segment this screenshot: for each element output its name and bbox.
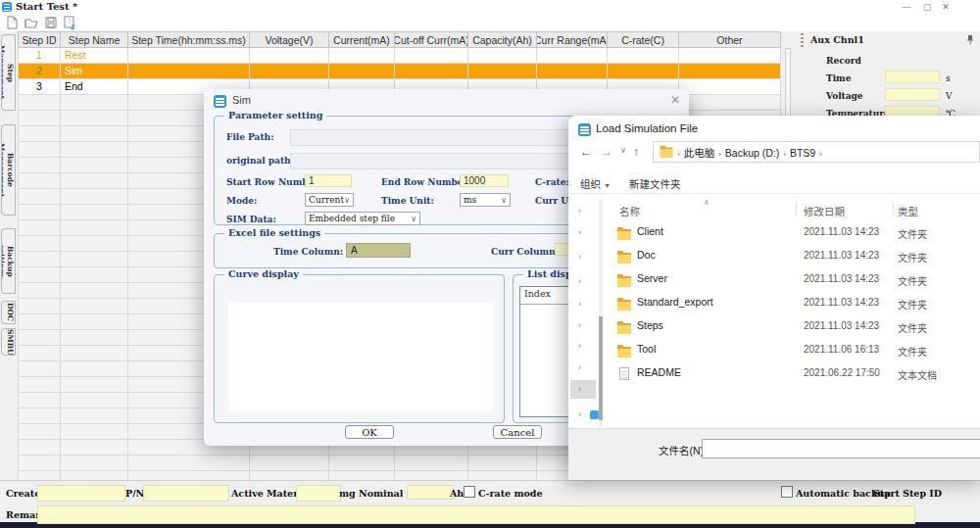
time-unit-select[interactable]: ms∨ [460, 193, 511, 207]
tree-expand-icon[interactable]: › [578, 320, 581, 330]
table-cell [329, 471, 395, 480]
table-cell [679, 64, 781, 79]
divider [568, 193, 980, 194]
address-bar[interactable]: ›此电脑›Backup (D:)›BTS9› [653, 141, 980, 163]
new-folder-button[interactable]: 新建文件夹 [629, 176, 681, 191]
sidebar-tab-backup-settings[interactable]: Backup settings [1, 228, 16, 294]
open-file-icon[interactable] [24, 15, 39, 30]
file-row-server[interactable]: Server2021.11.03 14:23文件夹 [608, 268, 980, 290]
table-cell [61, 205, 128, 220]
tree-scrollbar-thumb[interactable] [599, 316, 603, 420]
column-header-1[interactable]: Step ID [18, 31, 61, 48]
sim-data-select[interactable]: Embedded step file∨ [305, 212, 420, 225]
aux-time-input[interactable] [885, 71, 940, 83]
column-header-5[interactable]: Current(mA) [329, 31, 395, 48]
column-header-2[interactable]: Step Name [61, 31, 128, 48]
sim-data-label: SIM Data: [226, 215, 276, 224]
file-type: 文件夹 [898, 344, 927, 359]
pin-icon[interactable] [965, 34, 975, 45]
recent-locations-icon[interactable]: ∨ [620, 146, 626, 155]
file-row-client[interactable]: Client2021.11.03 14:23文件夹 [608, 221, 980, 243]
table-cell [18, 220, 61, 236]
breadcrumb-segment[interactable]: 此电脑 [684, 147, 715, 159]
column-header-8[interactable]: Curr Range(mA) [537, 31, 608, 48]
file-row-tool[interactable]: Tool2021.11.06 16:13文件夹 [608, 339, 980, 360]
column-header-10[interactable]: Other [679, 31, 781, 48]
toolbar: 2 [0, 14, 980, 31]
forward-icon[interactable]: → [601, 145, 612, 159]
tree-item-hover[interactable] [570, 380, 596, 399]
sidebar-tab-barcode-management[interactable]: Barcode Management [1, 124, 16, 216]
pn-input[interactable] [143, 485, 229, 502]
remark-input[interactable] [37, 505, 915, 524]
time-column-label: Time Column: [273, 247, 343, 257]
tree-expand-icon[interactable]: › [578, 384, 581, 394]
tree-expand-icon[interactable]: › [578, 409, 581, 419]
tree-expand-icon[interactable]: › [578, 299, 581, 309]
column-header-4[interactable]: Voltage(V) [250, 31, 329, 48]
name-column-header[interactable]: 名称 [619, 204, 640, 218]
table-row[interactable]: 1Rest [18, 48, 782, 64]
sidebar-tab-step-management[interactable]: Step Management [1, 34, 16, 111]
column-header-6[interactable]: Cut-off Curr(mA) [395, 31, 468, 48]
tree-expand-icon[interactable]: › [578, 276, 581, 286]
aux-voltage-input[interactable] [885, 88, 940, 101]
tree-expand-icon[interactable]: › [578, 362, 581, 372]
back-icon[interactable]: ← [580, 145, 592, 159]
time-column-input[interactable] [346, 243, 411, 258]
nominal-cap-input[interactable] [407, 485, 454, 500]
column-header-7[interactable]: Capacity(Ah) [468, 31, 537, 48]
tree-expand-icon[interactable]: › [578, 341, 581, 351]
file-row-readme[interactable]: README2021.06.22 17:50文本文档 [608, 362, 980, 384]
table-cell [329, 64, 395, 79]
step-id-cell: 2 [18, 64, 61, 79]
auto-backup-checkbox[interactable] [781, 486, 793, 498]
file-row-standard_export[interactable]: Standard_export2021.11.03 14:23文件夹 [608, 292, 980, 313]
chevron-down-icon: ∨ [344, 196, 350, 205]
active-material-input[interactable] [296, 485, 341, 502]
start-row-input[interactable] [305, 174, 352, 187]
filename-input[interactable] [702, 439, 980, 458]
panel-splitter-handle[interactable] [801, 33, 804, 47]
sim-close-icon[interactable]: ✕ [670, 93, 680, 107]
crate-mode-checkbox[interactable] [464, 486, 475, 498]
file-date: 2021.11.03 14:23 [804, 320, 879, 331]
minimize-button[interactable]: — [900, 2, 913, 13]
end-row-input[interactable] [460, 174, 509, 187]
cancel-button[interactable]: Cancel [493, 425, 542, 439]
tree-expand-icon[interactable]: › [578, 252, 581, 262]
mode-select[interactable]: Current∨ [305, 193, 354, 207]
up-icon[interactable]: ↑ [633, 145, 639, 159]
file-date: 2021.11.03 14:23 [804, 273, 879, 284]
file-type: 文件夹 [898, 297, 927, 312]
save-as-icon[interactable]: 2 [62, 15, 77, 30]
column-header-3[interactable]: Step Time(hh:mm:ss.ms) [128, 31, 250, 48]
table-cell [679, 95, 781, 111]
ok-button[interactable]: OK [345, 425, 394, 439]
maximize-button[interactable]: ▢ [920, 2, 934, 13]
type-column-header[interactable]: 类型 [898, 204, 918, 218]
creator-input[interactable] [37, 485, 125, 502]
file-type: 文件夹 [898, 273, 927, 288]
close-button[interactable]: ✕ [939, 2, 953, 13]
sidebar-tab-smbus[interactable]: SMBUS [1, 328, 16, 356]
breadcrumb-segment[interactable]: Backup (D:) [725, 147, 779, 159]
table-row[interactable]: 2Sim [18, 64, 782, 79]
table-cell [18, 440, 61, 456]
organize-button[interactable]: 组织 ▼ [580, 176, 611, 191]
file-date: 2021.11.03 14:23 [804, 226, 879, 237]
sim-dialog-title: Sim [232, 94, 251, 106]
save-icon[interactable] [43, 15, 59, 30]
tree-expand-icon[interactable]: › [578, 206, 581, 216]
c-rate-label: C-rate: [535, 177, 569, 187]
sidebar-tab-doc[interactable]: DOC [1, 301, 16, 324]
new-file-icon[interactable] [4, 15, 20, 30]
file-row-steps[interactable]: Steps2021.11.03 14:23文件夹 [608, 315, 980, 337]
date-column-header[interactable]: 修改日期 [804, 204, 845, 218]
table-cell [61, 283, 128, 299]
tree-expand-icon[interactable]: › [578, 227, 581, 237]
window-title: Start Test * [16, 1, 77, 12]
breadcrumb-segment[interactable]: BTS9 [790, 147, 815, 159]
column-header-9[interactable]: C-rate(C) [608, 31, 679, 48]
file-row-doc[interactable]: Doc2021.11.03 14:23文件夹 [608, 245, 980, 266]
